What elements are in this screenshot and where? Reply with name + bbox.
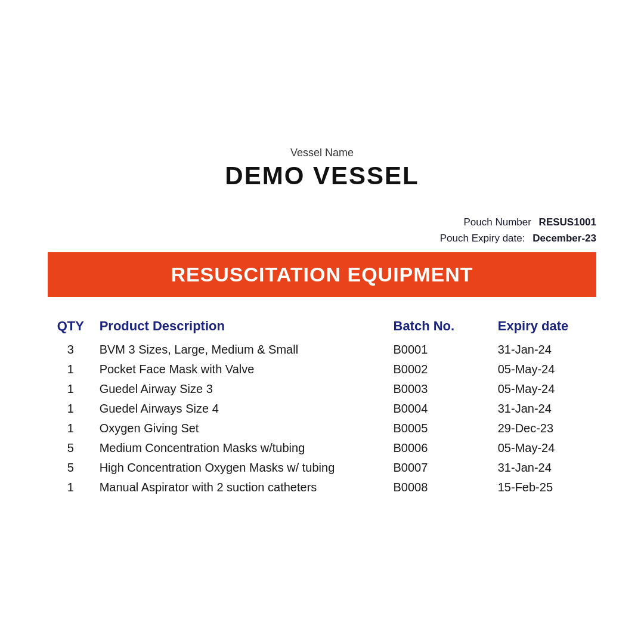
cell-qty: 1: [48, 360, 94, 379]
cell-expiry: 05-May-24: [492, 438, 596, 458]
cell-description: Medium Concentration Masks w/tubing: [94, 438, 388, 458]
cell-qty: 1: [48, 399, 94, 419]
cell-description: Oxygen Giving Set: [94, 419, 388, 438]
cell-qty: 3: [48, 340, 94, 360]
cell-expiry: 05-May-24: [492, 379, 596, 399]
cell-batch: B0003: [388, 379, 492, 399]
col-header-description: Product Description: [94, 315, 388, 340]
table-row: 1Guedel Airways Size 4B000431-Jan-24: [48, 399, 596, 419]
header-banner: RESUSCITATION EQUIPMENT: [48, 252, 596, 297]
pouch-number-label: Pouch Number: [463, 216, 531, 228]
page-container: Vessel Name DEMO VESSEL Pouch Number RES…: [36, 135, 608, 509]
pouch-expiry-row: Pouch Expiry date: December-23: [48, 230, 596, 246]
cell-expiry: 05-May-24: [492, 360, 596, 379]
col-header-batch: Batch No.: [388, 315, 492, 340]
pouch-number-row: Pouch Number RESUS1001: [48, 214, 596, 230]
cell-expiry: 31-Jan-24: [492, 458, 596, 478]
cell-description: Manual Aspirator with 2 suction catheter…: [94, 478, 388, 497]
table-header-row: QTY Product Description Batch No. Expiry…: [48, 315, 596, 340]
cell-description: Guedel Airways Size 4: [94, 399, 388, 419]
cell-qty: 5: [48, 438, 94, 458]
pouch-number-value: RESUS1001: [539, 216, 596, 228]
pouch-info: Pouch Number RESUS1001 Pouch Expiry date…: [48, 214, 596, 246]
cell-qty: 5: [48, 458, 94, 478]
cell-batch: B0004: [388, 399, 492, 419]
vessel-name: DEMO VESSEL: [48, 162, 596, 190]
table-row: 5High Concentration Oxygen Masks w/ tubi…: [48, 458, 596, 478]
cell-expiry: 31-Jan-24: [492, 399, 596, 419]
cell-batch: B0005: [388, 419, 492, 438]
cell-expiry: 15-Feb-25: [492, 478, 596, 497]
banner-title: RESUSCITATION EQUIPMENT: [66, 263, 578, 286]
cell-description: Pocket Face Mask with Valve: [94, 360, 388, 379]
col-header-qty: QTY: [48, 315, 94, 340]
cell-batch: B0006: [388, 438, 492, 458]
table-row: 1Manual Aspirator with 2 suction cathete…: [48, 478, 596, 497]
cell-qty: 1: [48, 478, 94, 497]
col-header-expiry: Expiry date: [492, 315, 596, 340]
cell-batch: B0002: [388, 360, 492, 379]
cell-description: High Concentration Oxygen Masks w/ tubin…: [94, 458, 388, 478]
cell-batch: B0001: [388, 340, 492, 360]
table-row: 1Oxygen Giving SetB000529-Dec-23: [48, 419, 596, 438]
cell-expiry: 31-Jan-24: [492, 340, 596, 360]
vessel-label: Vessel Name: [48, 147, 596, 159]
table-row: 1Guedel Airway Size 3B000305-May-24: [48, 379, 596, 399]
cell-expiry: 29-Dec-23: [492, 419, 596, 438]
cell-description: BVM 3 Sizes, Large, Medium & Small: [94, 340, 388, 360]
pouch-expiry-value: December-23: [532, 233, 596, 244]
table-row: 1Pocket Face Mask with ValveB000205-May-…: [48, 360, 596, 379]
cell-batch: B0008: [388, 478, 492, 497]
cell-qty: 1: [48, 379, 94, 399]
table-row: 5Medium Concentration Masks w/tubingB000…: [48, 438, 596, 458]
product-table: QTY Product Description Batch No. Expiry…: [48, 315, 596, 497]
cell-qty: 1: [48, 419, 94, 438]
cell-batch: B0007: [388, 458, 492, 478]
pouch-expiry-label: Pouch Expiry date:: [440, 233, 525, 244]
table-row: 3BVM 3 Sizes, Large, Medium & SmallB0001…: [48, 340, 596, 360]
cell-description: Guedel Airway Size 3: [94, 379, 388, 399]
